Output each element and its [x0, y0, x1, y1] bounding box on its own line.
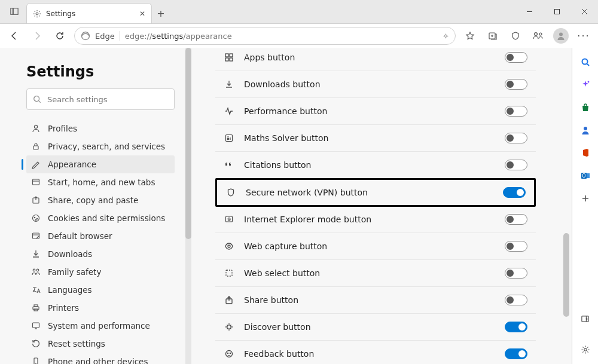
sidebar-item-family[interactable]: Family safety — [26, 263, 175, 281]
sidebar-item-share[interactable]: Share, copy and paste — [26, 191, 175, 209]
tab-actions-icon[interactable] — [2, 0, 26, 23]
setting-row-grid: Apps button — [215, 48, 536, 71]
setting-row-select: Web select button — [215, 260, 536, 287]
sparkle-icon — [224, 322, 234, 332]
person-sync-button[interactable] — [527, 26, 549, 45]
appearance-icon — [31, 160, 41, 169]
svg-rect-1 — [13, 8, 18, 15]
more-button[interactable]: ··· — [573, 26, 594, 45]
svg-rect-4 — [554, 9, 559, 14]
svg-rect-0 — [11, 8, 13, 15]
sidebar-item-label: Downloads — [48, 249, 92, 259]
toggle-sparkle[interactable] — [505, 322, 527, 332]
sidebar-item-browser[interactable]: Default browser — [26, 227, 175, 245]
collections-button[interactable] — [482, 26, 504, 45]
forward-button — [26, 26, 48, 45]
svg-point-19 — [36, 218, 37, 219]
setting-label: Citations button — [244, 160, 495, 170]
sidebar-item-label: Profiles — [48, 124, 77, 133]
toggle-math[interactable] — [505, 133, 527, 143]
rail-gear-icon[interactable] — [579, 344, 591, 356]
setting-label: Share button — [244, 295, 495, 305]
rail-panel-icon[interactable] — [579, 313, 591, 325]
svg-rect-32 — [230, 54, 233, 57]
toggle-ie[interactable] — [505, 214, 527, 225]
toggle-pulse[interactable] — [505, 106, 527, 117]
sidebar-item-lang[interactable]: Languages — [26, 281, 175, 299]
sidebar-item-lock[interactable]: Privacy, search, and services — [26, 137, 175, 155]
setting-row-feedback: Feedback button — [215, 341, 536, 364]
setting-row-shield: Secure network (VPN) button — [215, 178, 536, 207]
rail-outlook-icon[interactable]: O — [579, 170, 591, 182]
sidebar-item-label: Reset settings — [48, 339, 105, 348]
settings-sidebar: Settings Search settings ProfilesPrivacy… — [0, 48, 191, 364]
toggle-capture[interactable] — [505, 241, 527, 252]
toggle-quote[interactable] — [505, 160, 527, 170]
main-scrollbar[interactable] — [563, 48, 569, 364]
rail-bag-icon[interactable] — [579, 102, 591, 114]
svg-rect-31 — [225, 54, 228, 57]
setting-label: Apps button — [244, 53, 495, 62]
svg-point-13 — [34, 125, 37, 128]
svg-rect-34 — [230, 58, 233, 61]
rail-add-icon[interactable] — [579, 192, 591, 204]
toolbar: Edge edge://settings/appearance ✧ ··· — [0, 24, 598, 48]
rail-plus-star-icon[interactable] — [579, 79, 591, 91]
profile-button[interactable] — [550, 26, 572, 45]
sidebar-item-appearance[interactable]: Appearance — [26, 155, 175, 173]
security-button[interactable] — [505, 26, 526, 45]
sidebar-item-label: System and performance — [48, 321, 150, 331]
back-button[interactable] — [4, 26, 25, 45]
setting-row-quote: Citations button — [215, 152, 536, 179]
maximize-button[interactable] — [543, 0, 570, 23]
close-tab-icon[interactable]: ✕ — [139, 10, 145, 18]
sidebar-scrollbar[interactable] — [185, 48, 191, 364]
sidebar-item-download[interactable]: Downloads — [26, 245, 175, 263]
settings-search-placeholder: Search settings — [47, 95, 108, 104]
svg-rect-33 — [225, 58, 228, 61]
setting-row-math: Maths Solver button — [215, 125, 536, 152]
sidebar-item-printer[interactable]: Printers — [26, 299, 175, 317]
svg-point-10 — [539, 33, 542, 35]
setting-label: Secure network (VPN) button — [246, 188, 493, 197]
toggle-select[interactable] — [505, 268, 527, 279]
svg-rect-14 — [33, 146, 38, 149]
rail-office-icon[interactable] — [579, 147, 591, 159]
refresh-button[interactable] — [49, 26, 71, 45]
toggle-feedback[interactable] — [505, 348, 527, 359]
svg-rect-21 — [33, 233, 39, 238]
family-icon — [31, 267, 41, 277]
rail-search-icon[interactable] — [579, 56, 591, 68]
sidebar-item-reset[interactable]: Reset settings — [26, 335, 175, 353]
settings-search[interactable]: Search settings — [26, 88, 175, 110]
url-text: edge://settings/appearance — [125, 32, 438, 41]
gear-icon — [33, 10, 41, 18]
address-bar[interactable]: Edge edge://settings/appearance ✧ — [74, 27, 456, 45]
new-tab-button[interactable]: + — [152, 3, 170, 23]
svg-point-50 — [584, 348, 586, 351]
sidebar-item-cookie[interactable]: Cookies and site permissions — [26, 209, 175, 227]
toggle-shield[interactable] — [503, 187, 526, 198]
sidebar-item-phone[interactable]: Phone and other devices — [26, 353, 175, 364]
rail-person-icon[interactable] — [579, 124, 591, 136]
download-icon — [224, 79, 234, 90]
close-window-button[interactable] — [570, 0, 598, 23]
minimize-button[interactable] — [515, 0, 543, 23]
favorites-button[interactable] — [459, 26, 481, 45]
sidebar-item-home[interactable]: Start, home, and new tabs — [26, 173, 175, 191]
star-sparkle-icon[interactable]: ✧ — [443, 32, 449, 41]
sidebar-item-profile[interactable]: Profiles — [26, 120, 175, 137]
svg-point-43 — [582, 59, 587, 65]
setting-row-capture: Web capture button — [215, 233, 536, 260]
edge-label: Edge — [95, 32, 115, 41]
toggle-share2[interactable] — [505, 295, 527, 305]
capture-icon — [224, 241, 234, 252]
toggle-grid[interactable] — [505, 52, 527, 63]
setting-row-pulse: Performance button — [215, 98, 536, 125]
lang-icon — [31, 285, 41, 295]
toggle-download[interactable] — [505, 79, 527, 90]
share2-icon — [224, 295, 234, 305]
sidebar-item-system[interactable]: System and performance — [26, 317, 175, 335]
settings-sidebar-wrap: Settings Search settings ProfilesPrivacy… — [0, 48, 191, 364]
active-tab[interactable]: Settings ✕ — [26, 3, 152, 23]
